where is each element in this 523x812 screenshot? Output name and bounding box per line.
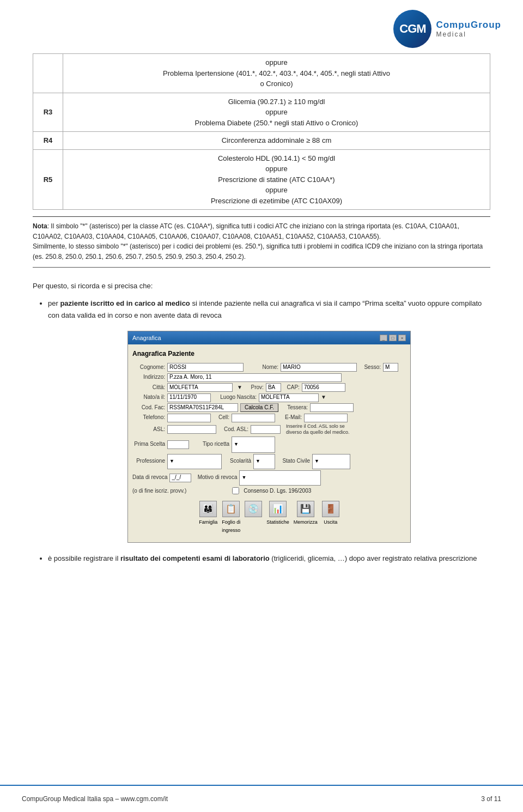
form-row-consenso: (o di fine iscriz. provv.) Consenso D. L… (132, 487, 406, 496)
logo-cgm-text: CGM (399, 22, 425, 36)
nota-label: Nota (33, 222, 47, 230)
row-content-r5: Colesterolo HDL (90.14.1) < 50 mg/dl opp… (63, 149, 490, 210)
bullet2-text1: è possibile registrare il (48, 554, 120, 562)
form-row-revoca: Data di revoca _/_/ Motivo di revoca ▼ (132, 470, 406, 486)
logo-text-block: CompuGroup Medical (436, 20, 501, 38)
row-content-r3: Glicemia (90.27.1) ≥ 110 mg/dl oppure Pr… (63, 93, 490, 132)
sesso-label: Sesso: (359, 363, 381, 372)
cap-label: CAP: (283, 383, 300, 392)
form-row-cognome: Cognome: ROSSI Nome: MARIO Sesso: M (132, 363, 406, 372)
statistiche-button[interactable]: 📊 Statistiche (266, 501, 289, 535)
row-label-r5: R5 (33, 149, 63, 210)
uscita-label: Uscita (324, 518, 337, 526)
nota-text-1: : Il simbolo "*" (asterisco) per la clas… (33, 222, 459, 240)
citta-field[interactable]: MOLFETTA (167, 383, 233, 392)
header: CGM CompuGroup Medical (0, 0, 523, 53)
email-field[interactable] (304, 414, 348, 422)
close-button[interactable]: × (398, 335, 406, 341)
indirizzo-label: Indirizzo: (132, 373, 165, 382)
stato-civile-dropdown[interactable]: ▼ (312, 454, 350, 469)
data-revoca-label: Data di revoca (132, 473, 167, 482)
form-row-codfac: Cod. Fac: RSSMRA70S11F284L Calcola C.F. … (132, 403, 406, 413)
row-content-r4: Circonferenza addominale ≥ 88 cm (63, 132, 490, 150)
memorizza-button[interactable]: 💾 Memorizza (294, 501, 318, 535)
cd-icon: 💿 (245, 501, 262, 517)
sesso-field[interactable]: M (383, 363, 398, 372)
nota-paragraph-2: Similmente, lo stesso simbolo "*" (aster… (33, 241, 490, 262)
prov-text-label: Prov: (245, 383, 264, 392)
nota-text-2: Similmente, lo stesso simbolo "*" (aster… (33, 243, 483, 260)
bullet1-text1: per (48, 299, 60, 307)
uscita-button[interactable]: 🚪 Uscita (322, 501, 339, 535)
maximize-button[interactable]: □ (389, 335, 397, 341)
codfac-label: Cod. Fac: (132, 403, 165, 413)
window-controls: _ □ × (380, 335, 406, 341)
asl-label: ASL: (132, 425, 165, 434)
consenso-text: Consenso D. Lgs. 196/2003 (244, 487, 311, 496)
screenshot-titlebar: Anagrafica _ □ × (128, 331, 410, 344)
form-row-asl: ASL: Cod. ASL: Inserire il Cod. ASL solo… (132, 423, 406, 435)
cognome-field[interactable]: ROSSI (167, 363, 244, 372)
form-row-professione: Professione ▼ Scolarità ▼ Stato Civile (132, 454, 406, 469)
telefono-label: Telefono: (132, 413, 165, 422)
motivo-revoca-dropdown[interactable]: ▼ (239, 470, 321, 486)
bullet2-bold: risultato dei competenti esami di labora… (120, 554, 270, 562)
tessera-field[interactable] (310, 403, 354, 412)
divider (33, 267, 490, 268)
famiglia-button[interactable]: 👨‍👩‍👧 Famiglia (199, 501, 217, 535)
table-row-r5: R5 Colesterolo HDL (90.14.1) < 50 mg/dl … (33, 149, 490, 210)
luogo-dropdown-icon: ▼ (321, 393, 326, 402)
nato-label: Nato/a il: (132, 393, 165, 402)
uscita-icon: 🚪 (322, 501, 339, 517)
foglio-icon: 📋 (222, 501, 240, 517)
nome-label: Nome: (246, 363, 278, 372)
prima-scelta-field[interactable] (167, 440, 189, 449)
luogo-field[interactable]: MOLFETTA (259, 393, 319, 402)
footer: CompuGroup Medical Italia spa – www.cgm.… (0, 785, 523, 812)
screenshot-body: Anagrafica Paziente Cognome: ROSSI Nome:… (128, 344, 410, 542)
scolarita-dropdown[interactable]: ▼ (253, 454, 275, 469)
cd-button[interactable]: 💿 (245, 501, 262, 535)
form-row-citta: Città: MOLFETTA ▼ Prov: BA CAP: 70056 (132, 383, 406, 392)
consenso-checkbox[interactable] (232, 487, 239, 494)
nota-paragraph-1: Nota: Il simbolo "*" (asterisco) per la … (33, 221, 490, 241)
memorizza-label: Memorizza (294, 518, 318, 526)
conditions-table: oppure Problema Ipertensione (401.*, 402… (33, 53, 490, 210)
famiglia-icon: 👨‍👩‍👧 (199, 501, 217, 517)
anagrafica-screenshot: Anagrafica _ □ × Anagrafica Paziente (127, 331, 411, 543)
form-row-telefono: Telefono: Cell: E-Mail: (132, 413, 406, 422)
logo-container: CGM CompuGroup Medical (393, 10, 501, 48)
nato-field[interactable]: 11/11/1970 (167, 393, 211, 402)
cell-label: Cell: (213, 413, 229, 422)
bullet-list: per paziente iscritto ed in carico al me… (33, 298, 490, 564)
medical-text: Medical (436, 31, 501, 38)
statistiche-icon: 📊 (269, 501, 287, 517)
minimize-button[interactable]: _ (380, 335, 387, 341)
form-row-indirizzo: Indirizzo: P.zza A. Moro, 11 (132, 373, 406, 382)
indirizzo-field[interactable]: P.zza A. Moro, 11 (167, 373, 342, 382)
statistiche-label: Statistiche (266, 518, 289, 526)
tipo-ricetta-dropdown[interactable]: ▼ (232, 437, 275, 453)
bullet-item-1: per paziente iscritto ed in carico al me… (48, 298, 490, 543)
telefono-field[interactable] (167, 414, 211, 422)
form-row-nato: Nato/a il: 11/11/1970 Luogo Nascita: MOL… (132, 393, 406, 402)
citta-label: Città: (132, 383, 165, 392)
codfac-field[interactable]: RSSMRA70S11F284L (167, 403, 238, 412)
prov-field[interactable]: BA (266, 383, 281, 392)
professione-dropdown[interactable]: ▼ (167, 454, 222, 469)
calcola-button[interactable]: Calcola C.F. (240, 403, 278, 412)
cap-field[interactable]: 70056 (302, 383, 345, 392)
data-revoca-field[interactable]: _/_/ (169, 474, 191, 482)
cell-field[interactable] (232, 414, 275, 422)
codasl-field[interactable] (251, 425, 281, 434)
prov-label: ▼ (237, 383, 242, 392)
nome-field[interactable]: MARIO (281, 363, 357, 372)
bullet1-bold: paziente iscritto ed in carico al medico (60, 299, 190, 307)
stato-civile-label: Stato Civile (277, 457, 310, 466)
bullet2-text2: (trigliceridi, glicemia, …) dopo aver re… (270, 554, 477, 562)
foglio-button[interactable]: 📋 Foglio diingresso (222, 501, 240, 535)
professione-label: Professione (132, 457, 165, 466)
row-label-r3: R3 (33, 93, 63, 132)
cognome-label: Cognome: (132, 363, 165, 372)
asl-field[interactable] (167, 425, 216, 434)
